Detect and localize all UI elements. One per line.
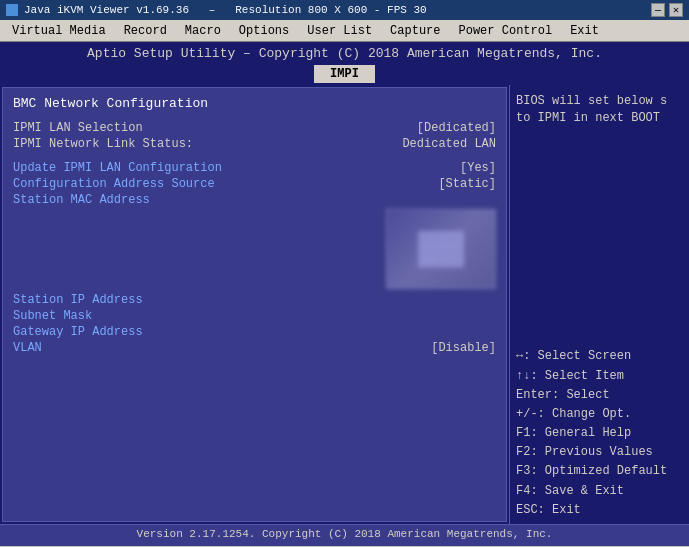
hint-f4: F4: Save & Exit bbox=[516, 482, 683, 501]
value-update-lan: [Yes] bbox=[460, 161, 496, 175]
key-hints: ↔: Select Screen ↑↓: Select Item Enter: … bbox=[516, 339, 683, 520]
config-row-gateway[interactable]: Gateway IP Address bbox=[13, 325, 496, 339]
spacer-1 bbox=[13, 153, 496, 161]
menu-capture[interactable]: Capture bbox=[382, 22, 448, 40]
tab-impi-label: IMPI bbox=[330, 67, 359, 81]
label-mac: Station MAC Address bbox=[13, 193, 150, 207]
menu-user-list[interactable]: User List bbox=[299, 22, 380, 40]
hint-f1: F1: General Help bbox=[516, 424, 683, 443]
tab-impi[interactable]: IMPI bbox=[314, 65, 375, 83]
title-bar-controls: — ✕ bbox=[651, 3, 683, 17]
hint-enter: Enter: Select bbox=[516, 386, 683, 405]
hint-f2: F2: Previous Values bbox=[516, 443, 683, 462]
config-row-vlan[interactable]: VLAN [Disable] bbox=[13, 341, 496, 355]
menu-options[interactable]: Options bbox=[231, 22, 297, 40]
blurred-ip-block: ▓▓▓▓▓▓▓▓▓▓▓▓▓▓▓▓▓▓▓▓▓ bbox=[386, 209, 496, 289]
resolution-info: Resolution 800 X 600 - FPS 30 bbox=[235, 4, 426, 16]
config-row-lan-selection: IPMI LAN Selection [Dedicated] bbox=[13, 121, 496, 135]
main-panel: BMC Network Configuration IPMI LAN Selec… bbox=[2, 87, 507, 522]
title-bar: Java iKVM Viewer v1.69.36 – Resolution 8… bbox=[0, 0, 689, 20]
config-row-subnet[interactable]: Subnet Mask bbox=[13, 309, 496, 323]
menu-virtual-media[interactable]: Virtual Media bbox=[4, 22, 114, 40]
label-update-lan: Update IPMI LAN Configuration bbox=[13, 161, 222, 175]
value-vlan: [Disable] bbox=[431, 341, 496, 355]
label-link-status: IPMI Network Link Status: bbox=[13, 137, 193, 151]
hint-esc: ESC: Exit bbox=[516, 501, 683, 520]
label-gateway: Gateway IP Address bbox=[13, 325, 143, 339]
label-addr-source: Configuration Address Source bbox=[13, 177, 215, 191]
minimize-button[interactable]: — bbox=[651, 3, 665, 17]
hint-screen: ↔: Select Screen bbox=[516, 347, 683, 366]
help-text: BIOS will set below s to IPMI in next BO… bbox=[516, 89, 683, 339]
bios-header-text: Aptio Setup Utility – Copyright (C) 2018… bbox=[87, 46, 602, 61]
value-link-status: Dedicated LAN bbox=[402, 137, 496, 151]
value-lan-selection: [Dedicated] bbox=[417, 121, 496, 135]
title-bar-left: Java iKVM Viewer v1.69.36 – Resolution 8… bbox=[6, 4, 427, 16]
help-text-content: BIOS will set below s to IPMI in next BO… bbox=[516, 94, 667, 125]
hint-item: ↑↓: Select Item bbox=[516, 367, 683, 386]
label-subnet: Subnet Mask bbox=[13, 309, 92, 323]
label-ip: Station IP Address bbox=[13, 293, 143, 307]
tab-bar: IMPI bbox=[0, 63, 689, 85]
app-title: Java iKVM Viewer v1.69.36 bbox=[24, 4, 189, 16]
bios-content: BMC Network Configuration IPMI LAN Selec… bbox=[0, 85, 689, 524]
close-button[interactable]: ✕ bbox=[669, 3, 683, 17]
section-title: BMC Network Configuration bbox=[13, 96, 496, 111]
bios-header: Aptio Setup Utility – Copyright (C) 2018… bbox=[0, 42, 689, 63]
value-addr-source: [Static] bbox=[438, 177, 496, 191]
menu-record[interactable]: Record bbox=[116, 22, 175, 40]
config-row-mac[interactable]: Station MAC Address bbox=[13, 193, 496, 207]
config-row-link-status: IPMI Network Link Status: Dedicated LAN bbox=[13, 137, 496, 151]
hint-change: +/-: Change Opt. bbox=[516, 405, 683, 424]
config-row-ip[interactable]: Station IP Address bbox=[13, 293, 496, 307]
right-panel: BIOS will set below s to IPMI in next BO… bbox=[509, 85, 689, 524]
label-lan-selection: IPMI LAN Selection bbox=[13, 121, 143, 135]
bios-container: Aptio Setup Utility – Copyright (C) 2018… bbox=[0, 42, 689, 546]
hint-f3: F3: Optimized Default bbox=[516, 462, 683, 481]
bios-footer: Version 2.17.1254. Copyright (C) 2018 Am… bbox=[0, 524, 689, 546]
menu-bar: Virtual Media Record Macro Options User … bbox=[0, 20, 689, 42]
app-icon bbox=[6, 4, 18, 16]
label-vlan: VLAN bbox=[13, 341, 42, 355]
bios-footer-text: Version 2.17.1254. Copyright (C) 2018 Am… bbox=[137, 528, 553, 540]
title-bar-text: Java iKVM Viewer v1.69.36 – Resolution 8… bbox=[24, 4, 427, 16]
menu-power-control[interactable]: Power Control bbox=[451, 22, 561, 40]
menu-exit[interactable]: Exit bbox=[562, 22, 607, 40]
config-row-update-lan[interactable]: Update IPMI LAN Configuration [Yes] bbox=[13, 161, 496, 175]
menu-macro[interactable]: Macro bbox=[177, 22, 229, 40]
config-row-addr-source[interactable]: Configuration Address Source [Static] bbox=[13, 177, 496, 191]
